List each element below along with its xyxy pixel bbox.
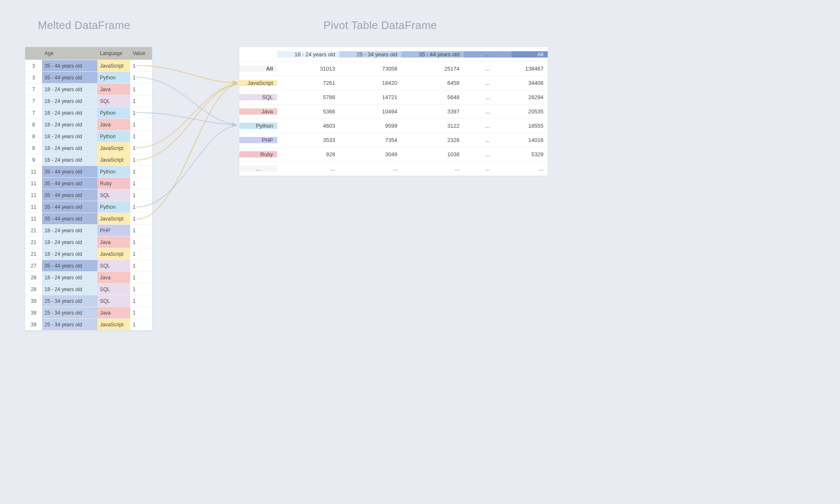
row-index: 7 [25, 87, 42, 92]
pivot-cell: ... [464, 151, 512, 158]
pivot-cell: 3397 [402, 108, 464, 115]
pivot-row-label: ... [239, 165, 277, 172]
row-age: 25 - 34 years old [42, 319, 97, 330]
melted-header: Age Language Value [25, 47, 152, 60]
table-row: 718 - 24 years oldPython1 [25, 107, 152, 118]
pivot-cell: 9599 [339, 123, 402, 129]
row-value: 1 [130, 228, 152, 234]
table-row: Java5366104943397...20535 [239, 104, 548, 118]
pivot-cell: ... [464, 137, 512, 143]
row-index: 39 [25, 298, 42, 304]
row-index: 3 [25, 75, 42, 81]
pivot-cell: 6458 [402, 80, 464, 86]
row-value: 1 [130, 110, 152, 116]
table-row: .................. [239, 161, 548, 176]
row-age: 18 - 24 years old [42, 248, 97, 260]
row-index: 11 [25, 204, 42, 210]
row-language: Ruby [97, 178, 130, 189]
row-language: JavaScript [97, 142, 130, 154]
pivot-cell: 3122 [402, 123, 464, 129]
table-row: 918 - 24 years oldJavaScript1 [25, 154, 152, 165]
table-row: 3925 - 34 years oldJavaScript1 [25, 318, 152, 330]
pivot-cell: 3533 [277, 137, 339, 143]
pivot-row-label: JavaScript [239, 80, 277, 86]
title-pivot: Pivot Table DataFrame [323, 19, 437, 32]
table-row: 2118 - 24 years oldJava1 [25, 236, 152, 248]
row-age: 18 - 24 years old [42, 84, 97, 95]
table-row: 818 - 24 years oldJava1 [25, 118, 152, 130]
row-language: Java [97, 236, 130, 248]
row-language: SQL [97, 189, 130, 201]
table-row: 2735 - 44 years oldSQL1 [25, 260, 152, 271]
pivot-cell: 14721 [339, 94, 402, 100]
pivot-cell: ... [512, 165, 548, 172]
pivot-cell: 1038 [402, 151, 464, 158]
row-index: 39 [25, 310, 42, 316]
row-age: 18 - 24 years old [42, 225, 97, 236]
pivot-row-label: Java [239, 108, 277, 115]
row-value: 1 [130, 251, 152, 257]
row-age: 25 - 34 years old [42, 307, 97, 318]
pivot-cell: ... [277, 165, 339, 172]
pivot-cell: ... [339, 165, 402, 172]
pivot-cell: ... [402, 165, 464, 172]
row-index: 3 [25, 63, 42, 69]
row-index: 11 [25, 216, 42, 222]
table-row: SQL5788147215648...28294 [239, 90, 548, 104]
row-index: 7 [25, 98, 42, 104]
row-value: 1 [130, 75, 152, 81]
row-index: 21 [25, 239, 42, 245]
pivot-cell: ... [464, 94, 512, 100]
table-row: 335 - 44 years oldJavaScript1 [25, 60, 152, 71]
pivot-cell: 20535 [512, 108, 548, 115]
row-age: 35 - 44 years old [42, 60, 97, 71]
row-value: 1 [130, 98, 152, 104]
pivot-header: 18 - 24 years old 25 - 34 years old 35 -… [239, 47, 548, 61]
pivot-cell: 18555 [512, 123, 548, 129]
pivot-cell: ... [464, 66, 512, 72]
pivot-cell: 28294 [512, 94, 548, 100]
row-index: 28 [25, 275, 42, 281]
row-age: 18 - 24 years old [42, 284, 97, 295]
row-value: 1 [130, 322, 152, 328]
row-age: 18 - 24 years old [42, 131, 97, 142]
row-value: 1 [130, 204, 152, 210]
pivot-cell: ... [464, 165, 512, 172]
pivot-cell: 5788 [277, 94, 339, 100]
pivot-cell: 5329 [512, 151, 548, 158]
row-language: JavaScript [97, 60, 130, 71]
row-value: 1 [130, 63, 152, 69]
melted-header-value: Value [130, 50, 152, 56]
row-language: Java [97, 84, 130, 95]
pivot-header-col3: 35 - 44 years old [402, 51, 464, 58]
pivot-cell: 7354 [339, 137, 402, 143]
row-value: 1 [130, 216, 152, 222]
table-row: 1135 - 44 years oldSQL1 [25, 189, 152, 201]
table-row: Python460395993122...18555 [239, 118, 548, 133]
table-row: 2818 - 24 years oldSQL1 [25, 283, 152, 295]
row-language: Java [97, 272, 130, 283]
pivot-header-col1: 18 - 24 years old [277, 51, 339, 58]
table-row: 818 - 24 years oldPython1 [25, 130, 152, 142]
pivot-cell: ... [464, 80, 512, 86]
row-value: 1 [130, 87, 152, 92]
pivot-row-label: All [239, 66, 277, 72]
row-index: 7 [25, 110, 42, 116]
row-language: Java [97, 119, 130, 130]
row-index: 11 [25, 169, 42, 175]
row-language: Java [97, 307, 130, 318]
row-age: 18 - 24 years old [42, 236, 97, 248]
melted-header-age: Age [42, 50, 97, 56]
row-index: 8 [25, 122, 42, 128]
row-age: 35 - 44 years old [42, 201, 97, 213]
pivot-cell: 5648 [402, 94, 464, 100]
row-age: 18 - 24 years old [42, 119, 97, 130]
svg-marker-0 [233, 80, 238, 85]
pivot-cell: 4603 [277, 123, 339, 129]
row-age: 35 - 44 years old [42, 189, 97, 201]
row-index: 28 [25, 286, 42, 292]
pivot-cell: ... [464, 108, 512, 115]
table-row: 1135 - 44 years oldPython1 [25, 201, 152, 213]
table-row: 1135 - 44 years oldRuby1 [25, 177, 152, 189]
row-value: 1 [130, 181, 152, 186]
